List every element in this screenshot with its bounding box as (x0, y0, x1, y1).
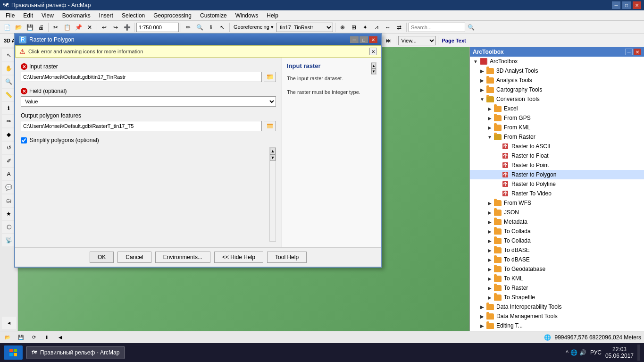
dialog-maximize[interactable]: □ (360, 36, 368, 43)
tree-item-raster-video[interactable]: ▶ Raster To Video (470, 189, 644, 198)
menu-help[interactable]: Help (263, 11, 282, 20)
input-raster-browse[interactable]: 📁 (264, 72, 276, 82)
select-button[interactable]: ↖ (217, 22, 227, 33)
tree-item-from-raster[interactable]: ▼ From Raster (470, 132, 644, 142)
tree-item-raster-polyline[interactable]: ▶ Raster to Polyline (470, 179, 644, 189)
tree-item-to-geodatabase[interactable]: ▶ To Geodatabase (470, 264, 644, 274)
tree-item-to-kml[interactable]: ▶ To KML (470, 274, 644, 283)
expander-3d[interactable]: ▶ (478, 67, 486, 75)
clock[interactable]: 22:03 05.06.2017 (605, 346, 634, 359)
help-scroll-down[interactable]: ▼ (371, 68, 376, 74)
status-btn4[interactable]: ⏸ (42, 333, 52, 342)
expander-from-kml[interactable]: ▶ (486, 124, 493, 131)
tool-featureclass[interactable]: ⬡ (2, 221, 16, 233)
tool-pan[interactable]: ✋ (2, 62, 16, 75)
minimize-button[interactable]: ─ (612, 1, 620, 9)
arctoolbox-content[interactable]: ▼ ArcToolbox ▶ 3D Analyst Tools ▶ Analys… (470, 57, 644, 331)
georeference-btn1[interactable]: ⊕ (337, 22, 348, 33)
tool-select[interactable]: ↖ (2, 49, 16, 61)
scroll-up-arrow[interactable]: ▲ (270, 148, 276, 154)
new-button[interactable]: 📄 (2, 22, 12, 33)
cut-button[interactable]: ✂ (50, 22, 61, 33)
show-desktop-button[interactable] (637, 345, 640, 361)
add-data-button[interactable]: ➕ (122, 22, 132, 33)
help-scrollbar[interactable]: ▲ ▼ (371, 62, 376, 75)
arctoolbox-close[interactable]: ✕ (634, 49, 641, 55)
tool-measure[interactable]: 📏 (2, 89, 16, 101)
tree-item-editing[interactable]: ▶ Editing T... (470, 321, 644, 330)
tool-rotate[interactable]: ↺ (2, 142, 16, 154)
tool-label[interactable]: A (2, 168, 16, 180)
tree-item-from-gps[interactable]: ▶ From GPS (470, 113, 644, 123)
tree-item-raster-float[interactable]: ▶ Raster to Float (470, 151, 644, 160)
tree-item-raster-point[interactable]: ▶ Raster to Point (470, 160, 644, 170)
menu-insert[interactable]: Insert (95, 11, 117, 20)
form-scrollbar[interactable]: ▲ ▼ (269, 147, 276, 242)
tree-item-to-collada[interactable]: ▶ To Collada (470, 236, 644, 245)
georeference-btn4[interactable]: ⊿ (371, 22, 382, 33)
expander-data-interop[interactable]: ▶ (478, 303, 486, 311)
undo-button[interactable]: ↩ (99, 22, 109, 33)
georeference-btn3[interactable]: ✦ (360, 22, 370, 33)
menu-geoprocessing[interactable]: Geoprocessing (150, 11, 195, 20)
georef-layer-select[interactable]: tin17_TinRastr (276, 23, 333, 32)
tree-item-raster-polygon[interactable]: ▶ Raster to Polygon (470, 170, 644, 179)
tool-edit[interactable]: ✏ (2, 115, 16, 127)
field-select[interactable]: Value (21, 96, 276, 107)
georef-label[interactable]: Georeferencing ▾ (232, 24, 276, 30)
expander-editing[interactable]: ▶ (478, 322, 486, 329)
open-button[interactable]: 📂 (13, 22, 24, 33)
tool-gps[interactable]: 📡 (2, 234, 16, 246)
menu-selection[interactable]: Selection (118, 11, 149, 20)
tree-item-cartography[interactable]: ▶ Cartography Tools (470, 85, 644, 94)
expander-to-geodatabase[interactable]: ▶ (486, 265, 493, 273)
tree-item-from-wfs[interactable]: ▶ From WFS (470, 198, 644, 208)
expander-root[interactable]: ▼ (472, 58, 479, 65)
tree-item-arctoolbox-root[interactable]: ▼ ArcToolbox (470, 57, 644, 66)
hide-help-button[interactable]: << Hide Help (214, 252, 263, 263)
expander-from-raster[interactable]: ▼ (486, 133, 493, 141)
expander-to-raster[interactable]: ▶ (486, 284, 493, 292)
environments-button[interactable]: Environments... (155, 252, 210, 263)
menu-file[interactable]: File (2, 11, 18, 20)
close-button[interactable]: ✕ (633, 1, 641, 9)
tree-item-to-dbase[interactable]: ▶ To dBASE (470, 255, 644, 264)
expander-to-collada[interactable]: ▶ (486, 237, 493, 244)
menu-customize[interactable]: Customize (196, 11, 231, 20)
editor-button[interactable]: ✏ (183, 22, 193, 33)
output-browse[interactable] (264, 121, 276, 131)
menu-view[interactable]: View (38, 11, 58, 20)
simplify-checkbox[interactable] (21, 137, 27, 143)
georeference-btn2[interactable]: ⊞ (349, 22, 359, 33)
georeference-btn5[interactable]: ↔ (383, 22, 393, 33)
tool-identify[interactable]: ℹ (2, 102, 16, 114)
expander-to-cad[interactable]: ▶ (486, 227, 493, 235)
arctoolbox-minimize[interactable]: ─ (625, 49, 633, 55)
status-btn2[interactable]: 💾 (16, 333, 25, 342)
panel-collapse[interactable]: ◀ (2, 317, 16, 329)
tree-item-raster-ascii[interactable]: ▶ Raster to ASCII (470, 142, 644, 151)
status-btn1[interactable]: 📂 (3, 333, 12, 342)
expander-metadata[interactable]: ▶ (486, 218, 493, 226)
tree-item-to-cad[interactable]: ▶ To Collada (470, 227, 644, 236)
taskbar-arcmap-app[interactable]: 🗺 Правильный рельеф - ArcMap (26, 346, 125, 359)
expander-from-gps[interactable]: ▶ (486, 114, 493, 122)
identify-button[interactable]: ℹ (206, 22, 216, 33)
scroll-down-arrow[interactable]: ▼ (270, 154, 276, 161)
tree-item-to-raster[interactable]: ▶ To Raster (470, 283, 644, 293)
tree-item-from-kml[interactable]: ▶ From KML (470, 123, 644, 132)
expander-excel[interactable]: ▶ (486, 105, 493, 112)
tree-item-conversion[interactable]: ▼ Conversion Tools (470, 94, 644, 104)
expander-json[interactable]: ▶ (486, 209, 493, 216)
tree-item-3d-analyst[interactable]: ▶ 3D Analyst Tools (470, 66, 644, 76)
tool-callout[interactable]: 💬 (2, 181, 16, 194)
expander-conversion[interactable]: ▼ (478, 95, 486, 103)
tool-help-button[interactable]: Tool Help (267, 252, 307, 263)
tool-sketch[interactable]: ✐ (2, 155, 16, 167)
tree-item-to-coverage[interactable]: ▶ To dBASE (470, 245, 644, 255)
tool-layer[interactable]: 🗂 (2, 194, 16, 207)
expander-to-coverage[interactable]: ▶ (486, 246, 493, 254)
tree-item-data-interop[interactable]: ▶ Data Interoperability Tools (470, 302, 644, 311)
maximize-button[interactable]: □ (622, 1, 631, 9)
expander-analysis[interactable]: ▶ (478, 76, 486, 84)
